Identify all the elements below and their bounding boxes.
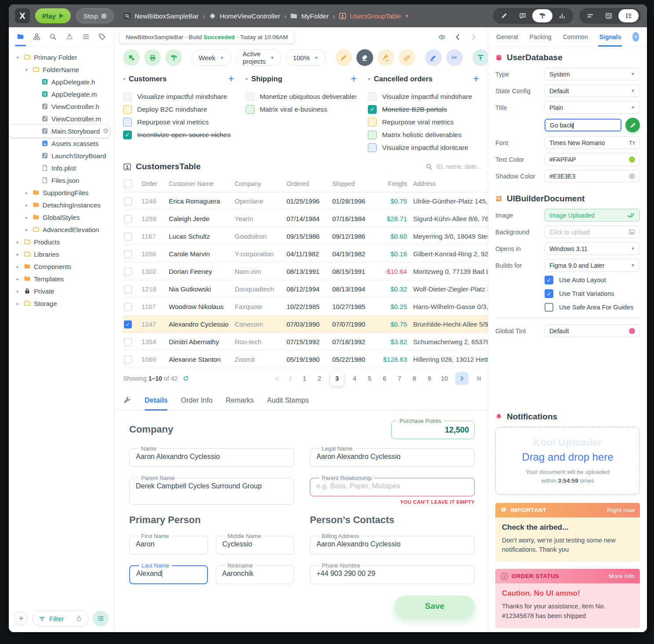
- color-swatch[interactable]: [629, 173, 635, 179]
- ruler-button[interactable]: [399, 49, 415, 66]
- row-checkbox[interactable]: [124, 356, 132, 364]
- nickname-field[interactable]: NicknameAaronchik: [216, 562, 294, 584]
- tab-general[interactable]: General: [496, 27, 518, 46]
- tab-remarks[interactable]: Remarks: [226, 390, 254, 410]
- builder-option[interactable]: ✓Use Auto Layout: [545, 276, 640, 284]
- files-tab-button[interactable]: [13, 28, 28, 46]
- page-button-2[interactable]: 2: [316, 375, 323, 382]
- tree-item-launchstoryboard[interactable]: LaunchStoryBoard: [9, 149, 114, 162]
- tab-signals[interactable]: Signals: [599, 27, 621, 46]
- add-card-button[interactable]: +: [228, 74, 234, 84]
- kanban-item[interactable]: Deploy B2C mindshare: [123, 103, 234, 116]
- table-row[interactable]: ✓1247Alexandro CyclessioConecom07/03/199…: [123, 316, 488, 333]
- drag-drop-zone[interactable]: Kool Uploader Drag and drop here Your do…: [495, 427, 640, 495]
- collapse-icon[interactable]: ▾: [123, 76, 125, 81]
- state-config-select[interactable]: Default▼: [545, 84, 640, 97]
- kanban-item[interactable]: Visualize impactful mindshare: [368, 90, 479, 103]
- breadcrumb-table[interactable]: UsersGroupTable▼: [339, 12, 409, 20]
- collapse-icon[interactable]: ▾: [368, 76, 370, 81]
- page-button-10[interactable]: 10: [440, 375, 448, 382]
- billing-address-field[interactable]: Billing AddressAaron Alexandro Cyclessio: [310, 533, 475, 554]
- tree-item-info-plist[interactable]: Info.plist: [9, 162, 114, 174]
- edit-title-button[interactable]: [625, 118, 640, 132]
- select-all-checkbox[interactable]: [124, 180, 132, 188]
- add-button[interactable]: +: [14, 611, 28, 626]
- log-tab-button[interactable]: [79, 28, 93, 46]
- back-button[interactable]: [452, 33, 463, 41]
- tree-item-primary-folder[interactable]: ▾Primary Folder: [9, 51, 114, 63]
- next-page-button[interactable]: [455, 372, 469, 385]
- first-page-button[interactable]: [274, 375, 280, 382]
- builder-option[interactable]: ✓Use Trait Variations: [545, 289, 640, 298]
- add-card-button[interactable]: +: [473, 74, 479, 84]
- forward-button[interactable]: [468, 33, 479, 41]
- row-checkbox[interactable]: [124, 233, 132, 240]
- play-button[interactable]: Play: [35, 8, 71, 23]
- paint-roller-button[interactable]: [165, 49, 182, 66]
- line-spacing-button[interactable]: [618, 9, 639, 22]
- table-row[interactable]: 1302Dorian FeeneyNam-zim08/13/199108/15/…: [123, 263, 488, 280]
- paint-roller-tool-button[interactable]: [532, 9, 552, 22]
- save-button[interactable]: Save: [395, 596, 475, 617]
- tree-item-appdelegate-h[interactable]: AppDelegate.h: [9, 76, 114, 88]
- tag-tab-button[interactable]: [95, 28, 109, 46]
- legal-name-field[interactable]: Legal NameAaron Alexandro Cyclessio: [310, 445, 475, 467]
- tree-item-storage[interactable]: ▸Storage: [9, 297, 114, 309]
- item-checkbox[interactable]: ✓: [368, 105, 377, 114]
- builds-for-select[interactable]: Figma 9.0 and Later▼: [545, 259, 640, 272]
- kanban-item[interactable]: Visualize impactful mindshare: [123, 90, 234, 103]
- marker-button[interactable]: [425, 49, 442, 66]
- tree-item-advancedelevation[interactable]: ▸AdvancedElevation: [9, 223, 114, 236]
- item-checkbox[interactable]: [368, 143, 377, 152]
- row-checkbox[interactable]: [124, 197, 132, 205]
- tree-item-foldername[interactable]: ▾FolderName: [9, 63, 114, 76]
- kanban-item[interactable]: Monetize ubiquitous deliverables: [246, 90, 357, 103]
- shadow-color-input[interactable]: #E3E3E3: [545, 170, 640, 182]
- page-button-7[interactable]: 7: [396, 375, 403, 382]
- table-row[interactable]: 1218Nia GutkowskiDonquadtech08/12/199408…: [123, 280, 488, 298]
- page-button-1[interactable]: 1: [301, 375, 309, 382]
- kanban-item[interactable]: Repurpose viral metrics: [123, 116, 234, 128]
- prev-page-button[interactable]: [287, 375, 294, 382]
- list-view-button[interactable]: [93, 611, 109, 626]
- shapes-button[interactable]: [123, 49, 140, 66]
- eraser-button[interactable]: [356, 49, 373, 66]
- middle-name-field[interactable]: Middle NameCyclessio: [216, 533, 294, 554]
- kanban-item[interactable]: Matrix viral e-business: [246, 103, 357, 116]
- row-checkbox[interactable]: ✓: [124, 320, 132, 328]
- pencil-button[interactable]: [335, 49, 352, 66]
- hierarchy-tab-button[interactable]: [29, 28, 44, 46]
- phone-field[interactable]: Phone Nombre+44 903 290 00 29: [310, 562, 475, 584]
- tree-item-assets-xcassets[interactable]: Assets.xcassets: [9, 137, 114, 149]
- tab-packing[interactable]: Packing: [530, 27, 552, 46]
- item-checkbox[interactable]: [246, 105, 254, 114]
- first-name-field[interactable]: First NameAaron: [129, 533, 208, 554]
- type-select[interactable]: System▼: [545, 68, 640, 80]
- tree-item-main-storyboard[interactable]: Main.Storyboard⚙: [9, 125, 109, 137]
- kanban-item[interactable]: ✓Incentivize open-source niches: [123, 128, 234, 141]
- row-checkbox[interactable]: [124, 215, 132, 223]
- page-button-6[interactable]: 6: [381, 375, 389, 382]
- color-swatch[interactable]: [629, 328, 635, 334]
- row-checkbox[interactable]: [124, 338, 132, 346]
- opens-in-select[interactable]: Windows 3.11▼: [545, 242, 640, 255]
- zoom-dropdown[interactable]: 100%▼: [286, 49, 325, 66]
- parent-name-field[interactable]: Parent NameDerek Campbell Cycles Surroun…: [129, 475, 294, 505]
- builder-option[interactable]: Use Safe Area For Guides: [545, 303, 640, 312]
- print-button[interactable]: [144, 49, 161, 66]
- tree-item-globalstyles[interactable]: ▸GlobalStyles: [9, 211, 114, 223]
- table-row[interactable]: 1065Alexanne StantonZoomit05/19/198005/2…: [123, 351, 488, 368]
- week-dropdown[interactable]: Week▼: [192, 49, 231, 66]
- title-text-input[interactable]: Go back: [545, 119, 621, 131]
- item-checkbox[interactable]: ✓: [123, 131, 132, 139]
- tree-item-appdelegate-m[interactable]: AppDelegate.m: [9, 88, 114, 100]
- checkbox[interactable]: ✓: [545, 289, 553, 298]
- align-top-button[interactable]: [472, 49, 489, 66]
- more-info-link[interactable]: More info: [609, 573, 635, 579]
- projects-dropdown[interactable]: Active projects▼: [236, 49, 281, 66]
- add-tab-button[interactable]: +: [632, 32, 639, 42]
- table-view-button[interactable]: [600, 9, 618, 22]
- tree-item-viewcontroller-m[interactable]: ViewController.m: [9, 113, 114, 125]
- tree-item-private[interactable]: ▸Private: [9, 285, 114, 297]
- tab-common[interactable]: Common: [563, 27, 588, 46]
